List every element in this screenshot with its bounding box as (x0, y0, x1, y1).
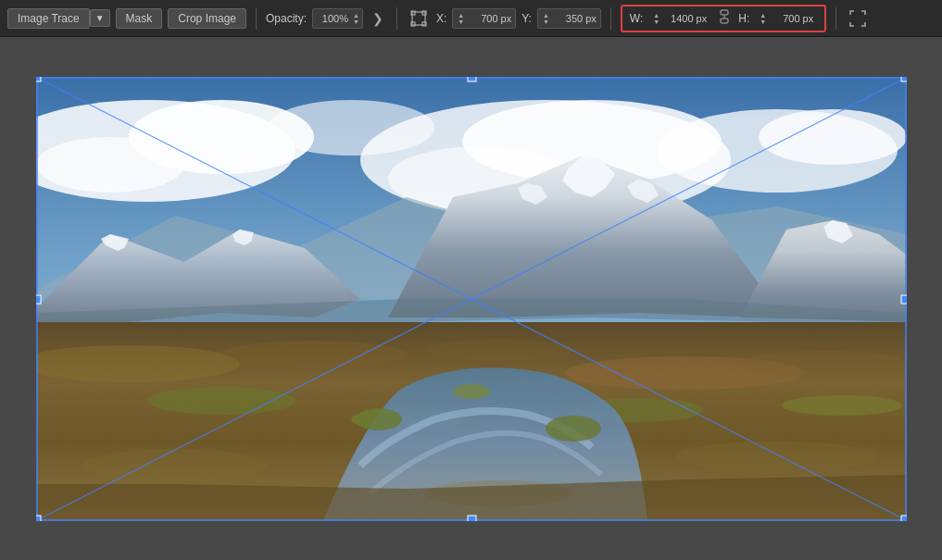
y-down[interactable]: ▼ (542, 19, 550, 25)
y-input[interactable] (550, 13, 598, 24)
landscape-image (36, 77, 907, 521)
w-up[interactable]: ▲ (652, 12, 660, 19)
image-trace-dropdown[interactable]: ▼ (90, 9, 110, 27)
mask-button[interactable]: Mask (116, 8, 163, 29)
svg-point-39 (356, 408, 402, 430)
opacity-up[interactable]: ▲ (352, 12, 360, 19)
x-input-wrap: ▲ ▼ (452, 8, 516, 29)
separator-2 (396, 7, 397, 30)
h-up[interactable]: ▲ (759, 12, 767, 19)
link-proportions-icon (718, 9, 731, 27)
corners-transform-button[interactable] (846, 8, 870, 29)
y-input-wrap: ▲ ▼ (537, 8, 601, 29)
svg-rect-6 (721, 19, 728, 23)
x-spin-left: ▲ ▼ (457, 12, 465, 25)
x-down[interactable]: ▼ (457, 19, 465, 25)
w-input-wrap: ▲ ▼ (648, 8, 710, 29)
image-container[interactable] (36, 77, 907, 521)
h-label: H: (738, 12, 749, 25)
svg-point-33 (740, 351, 907, 377)
h-down[interactable]: ▼ (759, 19, 767, 25)
expand-button[interactable]: ❯ (369, 9, 387, 28)
transform-icon-button[interactable] (407, 8, 431, 29)
svg-point-31 (221, 341, 407, 368)
crop-image-button[interactable]: Crop Image (168, 8, 246, 29)
opacity-label: Opacity: (266, 12, 307, 25)
h-input[interactable] (767, 13, 815, 24)
svg-point-17 (268, 100, 434, 156)
w-label: W: (630, 12, 643, 25)
toolbar: Image Trace ▼ Mask Crop Image Opacity: ▲… (0, 0, 942, 37)
svg-point-34 (425, 339, 573, 361)
svg-rect-0 (412, 12, 425, 25)
h-spin: ▲ ▼ (759, 12, 767, 25)
svg-point-42 (82, 449, 268, 482)
chain-link-icon (718, 9, 731, 24)
x-label: X: (436, 12, 446, 25)
svg-point-35 (147, 387, 295, 415)
corners-icon (849, 10, 866, 27)
svg-point-40 (546, 416, 601, 442)
opacity-input[interactable] (315, 13, 350, 24)
svg-point-38 (782, 395, 902, 416)
svg-point-11 (36, 137, 184, 193)
y-spin-left: ▲ ▼ (542, 12, 550, 25)
transform-icon (410, 10, 427, 27)
y-label: Y: (521, 12, 532, 25)
svg-point-43 (675, 442, 879, 471)
opacity-input-wrap: ▲ ▼ (312, 8, 363, 29)
separator-4 (835, 7, 836, 30)
w-down[interactable]: ▼ (652, 19, 660, 25)
svg-rect-5 (721, 10, 728, 15)
opacity-down[interactable]: ▼ (352, 19, 360, 25)
wh-highlight-group: W: ▲ ▼ H: ▲ ▼ (621, 5, 826, 32)
canvas-area[interactable] (0, 37, 942, 560)
separator-3 (610, 7, 611, 30)
landscape-svg (36, 77, 907, 521)
x-up[interactable]: ▲ (457, 12, 465, 19)
x-input[interactable] (465, 13, 513, 24)
h-input-wrap: ▲ ▼ (755, 8, 817, 29)
image-trace-button[interactable]: Image Trace (7, 8, 90, 29)
svg-point-16 (759, 109, 907, 165)
w-input[interactable] (660, 13, 709, 24)
svg-point-41 (453, 384, 490, 399)
separator-1 (256, 7, 257, 30)
w-spin: ▲ ▼ (652, 12, 660, 25)
y-up[interactable]: ▲ (542, 12, 550, 19)
opacity-spinners: ▲ ▼ (352, 12, 360, 25)
